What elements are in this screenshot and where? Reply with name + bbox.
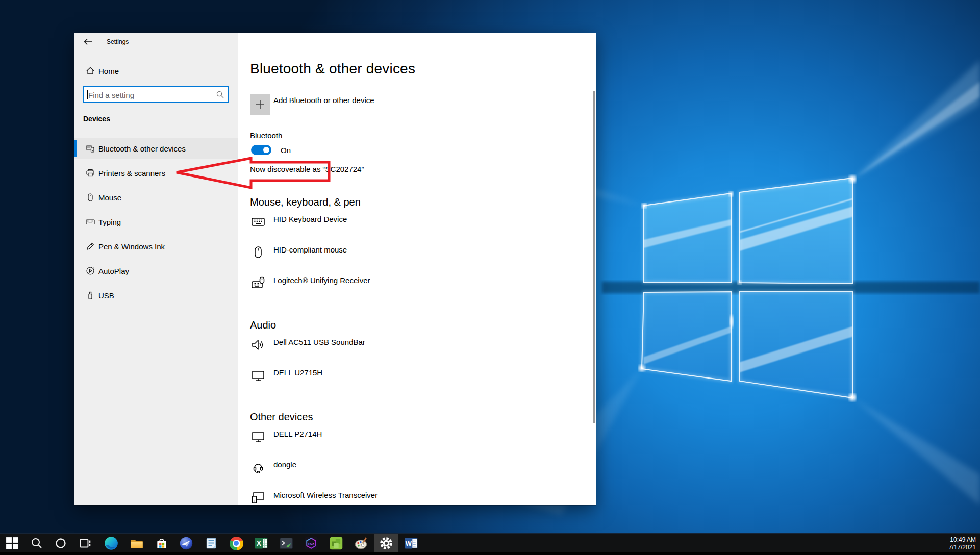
home-icon bbox=[86, 66, 95, 75]
monitor-icon bbox=[252, 430, 265, 443]
start-button[interactable] bbox=[0, 534, 24, 553]
clock-date: 7/17/2021 bbox=[949, 544, 976, 551]
transceiver-icon bbox=[252, 491, 265, 504]
toggle-knob bbox=[263, 147, 269, 153]
sidebar-item-label: Pen & Windows Ink bbox=[98, 242, 165, 251]
window-title: Settings bbox=[107, 38, 129, 45]
task-view-button[interactable] bbox=[73, 534, 97, 553]
taskbar-clock[interactable]: 10:49 AM 7/17/2021 bbox=[949, 536, 976, 551]
device-item-wireless-transceiver[interactable]: Microsoft Wireless Transceiver bbox=[252, 491, 378, 504]
bluetooth-toggle-state: On bbox=[281, 146, 291, 155]
devices-icon bbox=[86, 144, 95, 153]
section-header: Audio bbox=[250, 319, 276, 331]
notepad-icon bbox=[205, 537, 218, 550]
taskbar-nox-button[interactable]: nox bbox=[299, 534, 323, 553]
excel-icon: X bbox=[254, 536, 268, 550]
word-icon: W bbox=[404, 536, 418, 550]
taskbar-excel-button[interactable]: X bbox=[249, 534, 273, 553]
taskbar: X nox bbox=[0, 533, 980, 555]
edge-icon bbox=[104, 536, 118, 550]
taskbar-vmware-button[interactable] bbox=[324, 534, 348, 553]
page-title: Bluetooth & other devices bbox=[250, 61, 415, 77]
back-arrow-icon bbox=[84, 38, 93, 45]
bluetooth-toggle[interactable] bbox=[251, 145, 271, 155]
green-cube-icon bbox=[329, 536, 343, 550]
device-item-u2715h[interactable]: DELL U2715H bbox=[252, 369, 322, 382]
device-item-p2714h[interactable]: DELL P2714H bbox=[252, 430, 322, 443]
discoverable-text: Now discoverable as “SC202724” bbox=[250, 165, 364, 173]
taskbar-terminal-button[interactable] bbox=[274, 534, 298, 553]
search-input[interactable] bbox=[87, 88, 212, 102]
section-header: Other devices bbox=[250, 411, 313, 423]
taskbar-notepad-button[interactable] bbox=[199, 534, 223, 553]
taskbar-search-button[interactable] bbox=[24, 534, 49, 553]
svg-text:X: X bbox=[257, 539, 262, 547]
taskbar-sphere-app-button[interactable] bbox=[174, 534, 198, 553]
mouse-icon bbox=[252, 246, 265, 259]
sidebar-section-header: Devices bbox=[83, 115, 110, 123]
settings-window: Settings Home Devices Bluetooth & other … bbox=[74, 33, 596, 505]
add-device-button[interactable] bbox=[250, 94, 270, 115]
file-explorer-icon bbox=[130, 536, 144, 550]
sidebar-item-label: USB bbox=[98, 291, 114, 300]
device-item-hid-keyboard[interactable]: HID Keyboard Device bbox=[252, 215, 347, 229]
taskbar-word-button[interactable]: W bbox=[399, 534, 423, 553]
sidebar-item-autoplay[interactable]: AutoPlay bbox=[74, 261, 238, 281]
settings-gear-icon bbox=[379, 536, 393, 550]
taskbar-settings-button[interactable] bbox=[374, 534, 398, 553]
back-button[interactable] bbox=[80, 35, 97, 48]
scrollbar-thumb[interactable] bbox=[593, 91, 595, 423]
mouse-small-icon bbox=[86, 193, 95, 202]
task-view-icon bbox=[79, 537, 92, 550]
sidebar-home-label: Home bbox=[98, 67, 119, 75]
search-icon bbox=[31, 537, 43, 549]
device-item-logitech-receiver[interactable]: Logitech® Unifying Receiver bbox=[252, 276, 370, 290]
cortana-button[interactable] bbox=[48, 534, 73, 553]
sidebar-item-label: Bluetooth & other devices bbox=[98, 144, 186, 153]
sidebar-item-label: Printers & scanners bbox=[98, 169, 165, 178]
taskbar-store-button[interactable] bbox=[149, 534, 174, 553]
bluetooth-label: Bluetooth bbox=[250, 131, 282, 140]
sidebar-item-bluetooth-other-devices[interactable]: Bluetooth & other devices bbox=[74, 138, 238, 159]
autoplay-icon bbox=[86, 266, 95, 275]
cortana-icon bbox=[55, 537, 67, 549]
keyboard-mouse-icon bbox=[252, 276, 265, 290]
section-header: Mouse, keyboard, & pen bbox=[250, 196, 361, 208]
keyboard-small-icon bbox=[86, 217, 95, 226]
terminal-icon bbox=[279, 536, 293, 550]
chrome-icon bbox=[230, 537, 243, 550]
settings-content: Bluetooth & other devices Add Bluetooth … bbox=[238, 33, 596, 505]
device-name: DELL P2714H bbox=[273, 430, 322, 438]
taskbar-paint-button[interactable] bbox=[349, 534, 373, 553]
taskbar-chrome-button[interactable] bbox=[224, 534, 248, 553]
device-name: dongle bbox=[273, 461, 296, 469]
keyboard-icon bbox=[252, 215, 265, 229]
device-name: Logitech® Unifying Receiver bbox=[273, 276, 370, 285]
paint-icon bbox=[354, 536, 368, 550]
search-box[interactable] bbox=[83, 86, 229, 103]
printer-icon bbox=[86, 168, 95, 178]
taskbar-edge-button[interactable] bbox=[99, 534, 123, 553]
device-name: Microsoft Wireless Transceiver bbox=[273, 491, 378, 499]
monitor-icon bbox=[252, 369, 265, 382]
device-name: HID-compliant mouse bbox=[273, 246, 347, 254]
sidebar-item-home[interactable]: Home bbox=[74, 62, 238, 80]
svg-text:W: W bbox=[406, 540, 412, 547]
nox-icon: nox bbox=[304, 536, 318, 550]
sidebar-item-usb[interactable]: USB bbox=[74, 285, 238, 306]
sidebar-item-mouse[interactable]: Mouse bbox=[74, 187, 238, 208]
windows-start-icon bbox=[6, 537, 19, 550]
speaker-icon bbox=[252, 338, 265, 351]
plus-icon bbox=[255, 99, 265, 110]
device-item-dongle[interactable]: dongle bbox=[252, 461, 296, 474]
device-item-hid-mouse[interactable]: HID-compliant mouse bbox=[252, 246, 347, 259]
sidebar-item-pen-windows-ink[interactable]: Pen & Windows Ink bbox=[74, 236, 238, 257]
device-item-soundbar[interactable]: Dell AC511 USB SoundBar bbox=[252, 338, 365, 351]
clock-time: 10:49 AM bbox=[949, 536, 976, 544]
sidebar-item-printers-scanners[interactable]: Printers & scanners bbox=[74, 163, 238, 183]
pen-icon bbox=[86, 242, 95, 251]
device-name: DELL U2715H bbox=[273, 369, 322, 377]
sidebar-item-typing[interactable]: Typing bbox=[74, 212, 238, 232]
device-name: Dell AC511 USB SoundBar bbox=[273, 338, 365, 346]
taskbar-file-explorer-button[interactable] bbox=[124, 534, 149, 553]
